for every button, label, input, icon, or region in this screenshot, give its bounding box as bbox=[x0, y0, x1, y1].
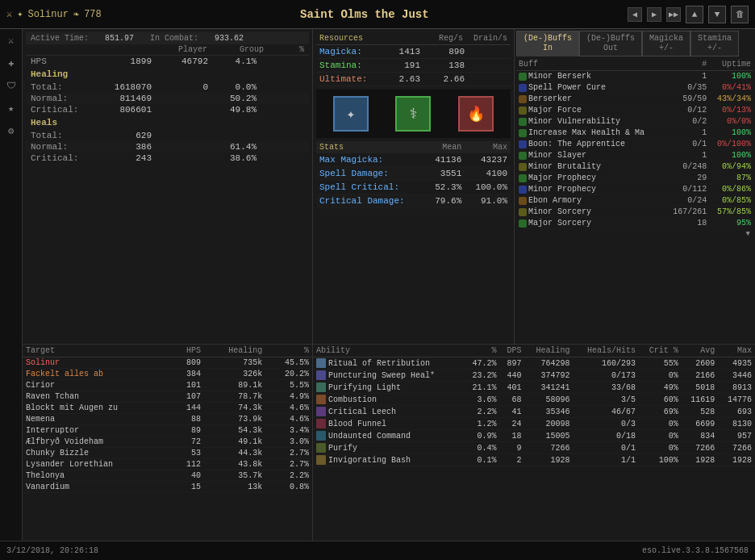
healing-total-pct: 0.0% bbox=[208, 82, 257, 92]
target-healing: 13k bbox=[204, 482, 265, 493]
target-hps: 53 bbox=[173, 448, 205, 459]
buff-count: 1 bbox=[665, 127, 710, 139]
ability-healing: 764298 bbox=[525, 357, 574, 370]
ability-icon-3[interactable]: 🔥 bbox=[458, 96, 494, 132]
buff-name-text: Major Force bbox=[528, 106, 582, 115]
sidebar-settings-icon[interactable]: ⚙ bbox=[3, 123, 19, 139]
target-name: Solinur bbox=[23, 357, 173, 369]
target-healing: 49.1k bbox=[204, 437, 265, 448]
target-healing: 73.9k bbox=[204, 414, 265, 425]
target-hps: 107 bbox=[173, 391, 205, 403]
next-button[interactable]: ▶ bbox=[647, 7, 661, 22]
ability-max: 8130 bbox=[718, 418, 755, 430]
ability-icon-dot bbox=[316, 358, 326, 368]
buff-uptime: 0%/0% bbox=[709, 116, 753, 127]
active-time-row: Active Time: 851.97 In Combat: 933.62 bbox=[26, 32, 309, 44]
ability-name: Critical Leech bbox=[313, 406, 463, 418]
ability-max: 4935 bbox=[718, 357, 755, 370]
ability-healing: 7266 bbox=[525, 442, 574, 454]
target-healing: 74.3k bbox=[204, 403, 265, 414]
target-pct: 2.7% bbox=[265, 448, 312, 459]
buff-name-text: Minor Vulnerability bbox=[528, 117, 620, 126]
ability-healshits-header: Heals/Hits bbox=[574, 345, 640, 357]
tab-magicka[interactable]: Magicka +/- bbox=[642, 31, 690, 56]
list-item: Combustion 3.6% 68 58096 3/5 60% 11619 1… bbox=[313, 394, 755, 406]
tab-debuffs-in[interactable]: (De-)Buffs In bbox=[516, 31, 579, 56]
target-healing: 326k bbox=[204, 369, 265, 380]
buff-row: Spell Power Cure 0/35 0%/41% bbox=[516, 82, 753, 94]
player-header: Player bbox=[151, 45, 207, 54]
healing-critical-pct: 49.8% bbox=[208, 105, 257, 115]
buff-row: Ebon Armory 0/24 0%/85% bbox=[516, 195, 753, 207]
ability-healing-header: Healing bbox=[525, 345, 574, 357]
target-hps: 40 bbox=[173, 470, 205, 482]
buff-row: Major Force 0/12 0%/13% bbox=[516, 105, 753, 116]
version: eso.live.3.3.8.1567568 bbox=[642, 546, 749, 555]
ability-table: Ability % DPS Healing Heals/Hits Crit % … bbox=[313, 345, 755, 466]
target-col-header: Target bbox=[23, 345, 173, 357]
ability-crit-header: Crit % bbox=[639, 345, 682, 357]
sidebar-shield-icon[interactable]: 🛡 bbox=[3, 77, 19, 94]
main-layout: ⚔ ✚ 🛡 ★ ⚙ Active Time: 851.97 In Combat:… bbox=[0, 29, 755, 541]
ability-icon-2[interactable]: ⚕ bbox=[395, 96, 431, 132]
character-level: 778 bbox=[84, 9, 102, 20]
buff-tabs: (De-)Buffs In (De-)Buffs Out Magicka bbox=[516, 31, 753, 56]
download-button[interactable]: ▼ bbox=[708, 6, 726, 23]
target-hps: 101 bbox=[173, 380, 205, 391]
tab-debuffs-out[interactable]: (De-)Buffs Out bbox=[579, 31, 642, 56]
ability-healing: 58096 bbox=[525, 394, 574, 406]
stamina-drain: 138 bbox=[420, 61, 465, 70]
ability-pct: 47.2% bbox=[463, 357, 500, 370]
ability-healshits: 33/68 bbox=[574, 382, 640, 394]
target-name: Chunky Bizzle bbox=[23, 448, 173, 459]
sidebar-swords-icon[interactable]: ⚔ bbox=[3, 32, 19, 48]
ability-avg: 7266 bbox=[682, 442, 719, 454]
ability-healshits: 46/67 bbox=[574, 406, 640, 418]
heals-title: Heals bbox=[26, 115, 309, 130]
ability-icons-row: ✦ ⚕ 🔥 bbox=[316, 90, 511, 138]
ability-dps: 9 bbox=[499, 442, 524, 454]
target-hps: 384 bbox=[173, 369, 205, 380]
target-name: Interruptor bbox=[23, 425, 173, 437]
buff-uptime: 100% bbox=[709, 71, 753, 82]
ability-name: Blood Funnel bbox=[313, 418, 463, 430]
upload-button[interactable]: ▲ bbox=[686, 6, 703, 23]
healing-total-label: Total: bbox=[31, 82, 95, 92]
buff-row: Berserker 59/59 43%/34% bbox=[516, 94, 753, 105]
ability-crit: 0% bbox=[639, 442, 682, 454]
target-name: Nemena bbox=[23, 414, 173, 425]
list-item: Puncturing Sweep Heal* 23.2% 440 374792 … bbox=[313, 370, 755, 382]
buff-color-icon bbox=[519, 152, 527, 160]
ability-crit: 0% bbox=[639, 430, 682, 442]
prev-button[interactable]: ◀ bbox=[628, 7, 642, 22]
sidebar-star-icon[interactable]: ★ bbox=[3, 100, 19, 116]
sidebar-heal-icon[interactable]: ✚ bbox=[3, 55, 19, 71]
ability-avg: 528 bbox=[682, 406, 719, 418]
level-icon: ❧ bbox=[73, 8, 79, 20]
buff-count: 0/24 bbox=[665, 195, 710, 207]
stat-column-headers: Player Group % bbox=[26, 44, 309, 56]
healing-total-group: 0 bbox=[152, 82, 208, 92]
skip-button[interactable]: ▶▶ bbox=[666, 7, 681, 22]
stamina-label: Stamina: bbox=[319, 61, 376, 70]
magicka-reg: 1413 bbox=[376, 47, 420, 56]
healing-col-header: Healing bbox=[204, 345, 265, 357]
list-item: Blood Funnel 1.2% 24 20098 0/3 0% 6699 8… bbox=[313, 418, 755, 430]
target-healing: 78.7k bbox=[204, 391, 265, 403]
ability-pct-header: % bbox=[463, 345, 500, 357]
buff-color-icon bbox=[519, 174, 527, 182]
in-combat-value: 933.62 bbox=[215, 34, 244, 43]
ability-icon-1[interactable]: ✦ bbox=[333, 96, 369, 132]
buff-name-text: Ebon Armory bbox=[528, 196, 582, 205]
buff-uptime: 100% bbox=[709, 150, 753, 161]
tab-stamina[interactable]: Stamina +/- bbox=[690, 31, 739, 56]
trash-button[interactable]: 🗑 bbox=[731, 6, 749, 23]
target-hps: 89 bbox=[173, 425, 205, 437]
ability-name: Purify bbox=[313, 442, 463, 454]
ability-dps-header: DPS bbox=[499, 345, 524, 357]
ability-avg: 6699 bbox=[682, 418, 719, 430]
buff-name-text: Spell Power Cure bbox=[528, 83, 606, 92]
buff-count: 0/12 bbox=[665, 105, 710, 116]
scrollbar-arrow[interactable]: ▼ bbox=[516, 229, 753, 239]
stats-row: Spell Critical:52.3%100.0% bbox=[316, 181, 511, 194]
